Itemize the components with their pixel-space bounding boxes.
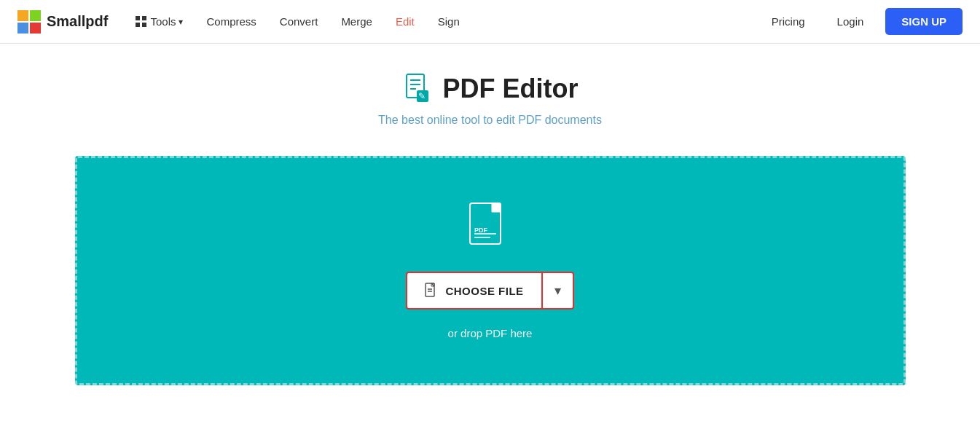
logo-text: Smallpdf: [47, 13, 108, 30]
svg-rect-0: [17, 10, 28, 21]
upload-doc-icon: [425, 283, 438, 299]
choose-file-dropdown[interactable]: [543, 273, 573, 308]
navbar: Smallpdf Tools ▾ Compress Convert Merge …: [0, 0, 980, 44]
svg-rect-2: [17, 23, 28, 34]
choose-file-button-group[interactable]: CHOOSE FILE: [406, 272, 573, 310]
nav-item-convert[interactable]: Convert: [270, 9, 329, 34]
svg-rect-1: [30, 10, 41, 21]
nav-item-merge[interactable]: Merge: [331, 9, 383, 34]
page-subtitle: The best online tool to edit PDF documen…: [378, 114, 602, 127]
svg-text:PDF: PDF: [474, 227, 488, 234]
main-content: ✎ PDF Editor The best online tool to edi…: [0, 44, 980, 385]
svg-text:✎: ✎: [418, 91, 426, 101]
page-title: PDF Editor: [443, 74, 579, 104]
chevron-down-icon: [554, 283, 561, 299]
pdf-editor-icon: ✎: [402, 73, 434, 105]
choose-file-button[interactable]: CHOOSE FILE: [407, 273, 542, 308]
tools-chevron-icon: ▾: [179, 17, 183, 27]
drop-hint: or drop PDF here: [448, 327, 533, 339]
nav-pricing[interactable]: Pricing: [761, 9, 815, 34]
nav-tools-label: Tools: [150, 15, 176, 28]
tools-grid-icon: [136, 16, 147, 28]
nav-item-tools[interactable]: Tools ▾: [125, 9, 193, 34]
pdf-file-icon: PDF: [469, 202, 512, 254]
drop-zone[interactable]: PDF CHOOSE FILE or drop PDF here: [75, 156, 906, 385]
navbar-right: Pricing Login SIGN UP: [761, 8, 963, 35]
logo-link[interactable]: Smallpdf: [17, 10, 108, 34]
page-header: ✎ PDF Editor: [402, 73, 579, 105]
svg-rect-3: [30, 23, 41, 34]
nav-edit-label: Edit: [396, 15, 415, 28]
nav-compress-label: Compress: [206, 15, 256, 28]
nav-login[interactable]: Login: [827, 9, 874, 34]
nav-item-edit[interactable]: Edit: [385, 9, 425, 34]
smallpdf-logo-icon: [17, 10, 41, 34]
nav-convert-label: Convert: [280, 15, 318, 28]
choose-file-label: CHOOSE FILE: [445, 285, 523, 297]
nav-merge-label: Merge: [341, 15, 372, 28]
nav-item-compress[interactable]: Compress: [196, 9, 266, 34]
nav-sign-label: Sign: [438, 15, 460, 28]
nav-item-sign[interactable]: Sign: [428, 9, 470, 34]
signup-button[interactable]: SIGN UP: [885, 8, 963, 35]
main-nav: Tools ▾ Compress Convert Merge Edit Sign: [125, 9, 761, 34]
